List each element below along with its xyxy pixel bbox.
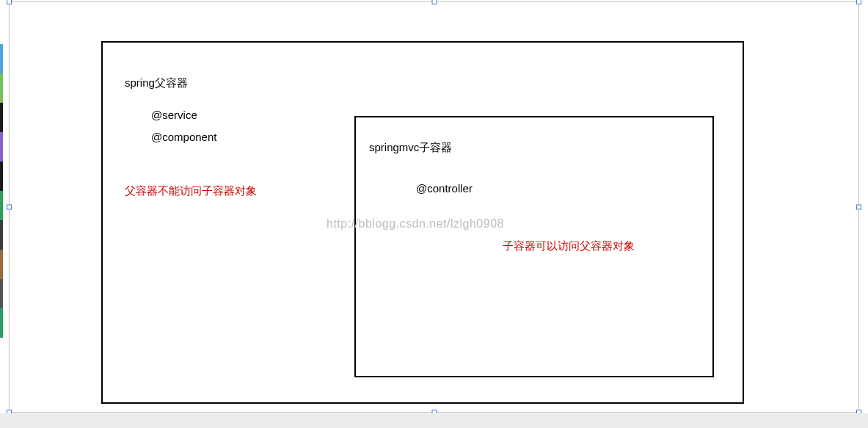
resize-handle-top-right[interactable] xyxy=(856,0,861,4)
sidebar-stub xyxy=(0,250,3,279)
sidebar-stub xyxy=(0,220,3,250)
sidebar-stub xyxy=(0,308,3,338)
sidebar-stub xyxy=(0,191,3,220)
parent-access-note: 父容器不能访问子容器对象 xyxy=(125,184,257,198)
resize-handle-mid-right[interactable] xyxy=(856,205,861,210)
sidebar-stub xyxy=(0,162,3,191)
sidebar-stub xyxy=(0,73,3,103)
springmvc-child-container-box: springmvc子容器 @controller 子容器可以访问父容器对象 xyxy=(354,116,714,377)
sidebar-stub xyxy=(0,279,3,308)
child-container-title: springmvc子容器 xyxy=(369,141,452,155)
resize-handle-top-center[interactable] xyxy=(431,0,437,4)
sidebar-stub xyxy=(0,103,3,132)
annotation-service-label: @service xyxy=(151,109,197,121)
footer-strip xyxy=(0,413,868,428)
annotation-component-label: @component xyxy=(151,131,216,143)
parent-container-title: spring父容器 xyxy=(125,76,188,90)
spring-parent-container-box: spring父容器 @service @component 父容器不能访问子容器… xyxy=(101,41,744,404)
sidebar-stub xyxy=(0,132,3,162)
resize-handle-top-left[interactable] xyxy=(7,0,12,4)
resize-handle-mid-left[interactable] xyxy=(7,205,12,210)
annotation-controller-label: @controller xyxy=(416,182,473,195)
child-access-note: 子容器可以访问父容器对象 xyxy=(503,239,635,253)
sidebar-stub xyxy=(0,44,3,73)
